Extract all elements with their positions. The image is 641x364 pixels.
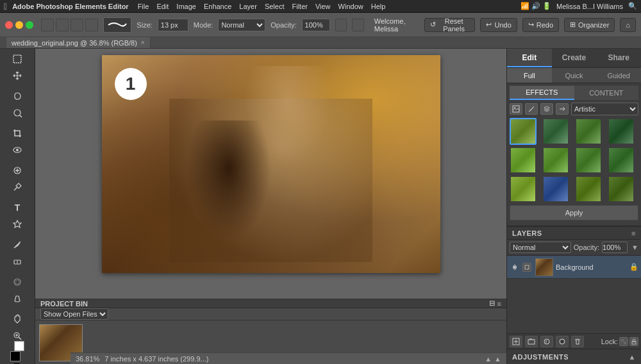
- layers-toolbar: Normal Opacity: ▼: [507, 240, 641, 256]
- layers-group-btn[interactable]: [525, 336, 538, 347]
- close-window-btn[interactable]: [5, 21, 13, 29]
- layers-mask-btn[interactable]: [556, 336, 569, 347]
- blur-tool[interactable]: [10, 274, 25, 290]
- tab-edit[interactable]: Edit: [507, 49, 552, 67]
- mode-select[interactable]: Normal: [218, 19, 265, 31]
- effect-thumb-2[interactable]: [542, 118, 569, 145]
- spot-heal-tool[interactable]: [10, 163, 25, 178]
- organizer-button[interactable]: ⊞ Organizer: [564, 18, 615, 32]
- effect-thumb-5[interactable]: [510, 147, 537, 174]
- effect-thumb-9[interactable]: [510, 176, 537, 203]
- brush-tool[interactable]: [10, 237, 25, 252]
- crop-tool[interactable]: [10, 126, 25, 141]
- effects-style-select[interactable]: Artistic: [571, 103, 638, 115]
- layers-delete-btn[interactable]: [571, 336, 584, 347]
- extra-tool-2[interactable]: [352, 19, 364, 31]
- extra-tool-1[interactable]: [335, 19, 347, 31]
- redo-button[interactable]: ↪ Redo: [522, 18, 559, 32]
- file-tab-close[interactable]: ×: [141, 39, 145, 46]
- rectangular-marquee-tool[interactable]: [10, 51, 25, 67]
- effect-thumb-8[interactable]: [608, 147, 635, 174]
- menu-view[interactable]: View: [315, 3, 331, 10]
- reset-panels-button[interactable]: ↺ Reset Panels: [424, 18, 476, 32]
- menu-enhance[interactable]: Enhance: [204, 3, 231, 10]
- status-collapse-btn[interactable]: ▲: [485, 355, 492, 363]
- layer-item-background[interactable]: Background 🔒: [507, 256, 641, 279]
- adjustments-section[interactable]: ADJUSTMENTS ▲: [507, 349, 641, 364]
- undo-button[interactable]: ↩ Undo: [480, 18, 517, 32]
- menu-layer[interactable]: Layer: [239, 3, 257, 10]
- clone-stamp-tool[interactable]: [10, 179, 25, 195]
- menu-help[interactable]: Help: [371, 3, 386, 10]
- minimize-window-btn[interactable]: [15, 21, 23, 29]
- menu-edit[interactable]: Edit: [156, 3, 169, 10]
- menu-items: File Edit Image Enhance Layer Select Fil…: [138, 3, 520, 10]
- foreground-color[interactable]: [10, 351, 21, 361]
- menu-select[interactable]: Select: [265, 3, 285, 10]
- layers-styles-btn[interactable]: f: [540, 336, 553, 347]
- effects-tab-effects[interactable]: EFFECTS: [510, 86, 574, 100]
- project-bin-menu-icon[interactable]: ≡: [497, 300, 501, 308]
- background-color[interactable]: [14, 341, 24, 351]
- subtab-full[interactable]: Full: [507, 68, 552, 83]
- menu-image[interactable]: Image: [176, 3, 196, 10]
- lock-image-btn[interactable]: [629, 337, 638, 346]
- effects-tab-content[interactable]: CONTENT: [574, 86, 639, 100]
- effects-brush-icon[interactable]: [525, 103, 538, 115]
- layer-visibility-icon[interactable]: [510, 262, 520, 272]
- effect-thumb-6[interactable]: [542, 147, 569, 174]
- effect-thumb-12[interactable]: [608, 176, 635, 203]
- project-bin-title: PROJECT BIN: [40, 300, 88, 308]
- badge-number: 1: [115, 68, 147, 100]
- tab-share[interactable]: Share: [596, 49, 641, 67]
- view-btn-4[interactable]: [85, 19, 98, 31]
- effects-arrow-icon[interactable]: [556, 103, 569, 115]
- effects-photo-icon[interactable]: [510, 103, 522, 115]
- adjustments-collapse-icon[interactable]: ▲: [629, 353, 636, 361]
- layers-opacity-input[interactable]: [602, 242, 628, 253]
- home-button[interactable]: ⌂: [620, 18, 636, 32]
- apply-button[interactable]: Apply: [510, 205, 638, 220]
- view-btn-3[interactable]: [71, 19, 83, 31]
- maximize-window-btn[interactable]: [26, 21, 33, 29]
- effect-thumb-11[interactable]: [575, 176, 602, 203]
- menu-file[interactable]: File: [138, 3, 149, 10]
- lock-text: Lock:: [601, 338, 618, 345]
- lock-transparent-btn[interactable]: [619, 337, 628, 346]
- opacity-input[interactable]: [302, 19, 330, 31]
- hand-tool[interactable]: [10, 311, 25, 327]
- tab-create[interactable]: Create: [552, 49, 597, 67]
- custom-shape-tool[interactable]: [10, 217, 25, 232]
- layers-mode-select[interactable]: Normal: [510, 242, 571, 253]
- toolbar-right-section: Welcome, Melissa ↺ Reset Panels ↩ Undo ↪…: [369, 17, 636, 33]
- show-files-select[interactable]: Show Open Files: [40, 308, 108, 320]
- sponge-tool[interactable]: [10, 291, 25, 306]
- brush-size-input[interactable]: [158, 19, 188, 31]
- view-btn-1[interactable]: [41, 19, 54, 31]
- menu-window[interactable]: Window: [338, 3, 363, 10]
- lasso-tool[interactable]: [10, 88, 25, 104]
- move-tool[interactable]: [10, 68, 25, 83]
- redeye-tool[interactable]: [10, 142, 25, 158]
- view-btn-2[interactable]: [56, 19, 69, 31]
- quick-select-tool[interactable]: [10, 105, 25, 120]
- opacity-dropdown-icon[interactable]: ▼: [631, 244, 638, 251]
- subtab-quick[interactable]: Quick: [552, 68, 597, 83]
- effect-thumb-10[interactable]: [542, 176, 569, 203]
- subtab-guided[interactable]: Guided: [596, 68, 641, 83]
- layer-name-text: Background: [556, 263, 627, 271]
- effect-thumb-3[interactable]: [575, 118, 602, 145]
- project-bin-collapse-icon[interactable]: ⊟: [489, 299, 495, 308]
- type-tool[interactable]: T: [10, 200, 25, 215]
- effects-layers-icon[interactable]: [540, 103, 553, 115]
- search-icon[interactable]: 🔍: [628, 2, 637, 10]
- layers-panel-menu[interactable]: ≡: [631, 229, 636, 237]
- file-tab[interactable]: wedding_original.png @ 36.8% (RGB/8) ×: [6, 37, 151, 48]
- effect-thumb-4[interactable]: [608, 118, 635, 145]
- status-expand-btn[interactable]: ▲: [494, 355, 501, 363]
- effect-thumb-1[interactable]: [510, 118, 537, 145]
- effect-thumb-7[interactable]: [575, 147, 602, 174]
- menu-filter[interactable]: Filter: [292, 3, 307, 10]
- layers-new-layer-btn[interactable]: [510, 336, 522, 347]
- eraser-tool[interactable]: [10, 254, 25, 269]
